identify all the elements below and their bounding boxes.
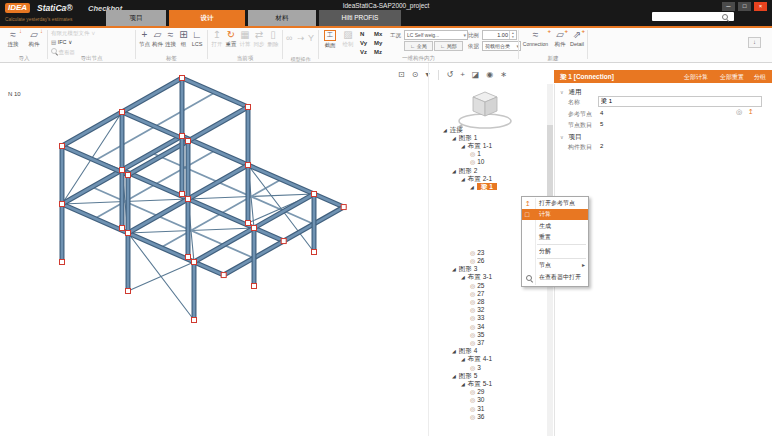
tree-item[interactable]: ◎10 [470, 158, 484, 166]
tree-item[interactable]: ◢图形 3 [452, 265, 477, 273]
tree-item[interactable]: ◢图形 4 [452, 347, 477, 355]
model-node-marker[interactable] [186, 139, 191, 144]
tree-expander-icon[interactable]: ◢ [470, 184, 474, 190]
pan-icon[interactable]: + [460, 69, 465, 81]
import-connections-button[interactable]: ≈↓ 连接 [4, 29, 22, 48]
tree-item[interactable]: ◎31 [470, 405, 484, 413]
tree-expander-icon[interactable]: ◢ [461, 381, 465, 387]
pick-node-icon[interactable]: ◎ [736, 108, 742, 116]
label-nodes-button[interactable]: + 节点 [138, 29, 151, 48]
model-node-marker[interactable] [252, 226, 257, 231]
model-node-marker[interactable] [180, 134, 185, 139]
sections-toggle-button[interactable]: 工 截面 [322, 29, 338, 49]
tree-expander-icon[interactable]: ◢ [461, 143, 465, 149]
tree-item[interactable]: ◎3 [470, 364, 481, 372]
open-node-icon[interactable]: ↥ [748, 108, 754, 116]
tree-item[interactable]: ◎34 [470, 323, 484, 331]
model-node-marker[interactable] [246, 163, 251, 168]
sync-item-button[interactable]: ⇄ 同步 [252, 29, 266, 48]
check-Vy[interactable]: Vy [360, 40, 367, 46]
tree-item-selected[interactable]: ◢梁 1 [470, 183, 497, 191]
tree-item[interactable]: ◢图形 5 [452, 372, 477, 380]
group-by-button[interactable]: 分组 [754, 73, 766, 82]
tree-expander-icon[interactable]: ◢ [452, 135, 456, 141]
calculate-all-button[interactable]: 全部计算 [684, 73, 708, 82]
tree-item[interactable]: ◢布置 3-1 [461, 273, 492, 281]
import-members-button[interactable]: ▱↓ 构件 [25, 29, 43, 48]
global-axes-button[interactable]: ∟ 全局 [404, 41, 433, 51]
label-connections-button[interactable]: ≈ 连接 [164, 29, 177, 48]
model-node-marker[interactable] [120, 226, 125, 231]
model-node-marker[interactable] [60, 202, 65, 207]
model-node-marker[interactable] [341, 205, 346, 210]
model-node-marker[interactable] [221, 273, 226, 278]
tab-materials[interactable]: 材料 [248, 10, 316, 26]
label-lcs-button[interactable]: ∟ LCS [190, 29, 204, 47]
tree-expander-icon[interactable]: ◢ [443, 127, 447, 133]
collapse-ribbon-button[interactable]: ↓ [748, 37, 761, 48]
model-node-marker[interactable] [180, 76, 185, 81]
draw-toggle-button[interactable]: ▨ 绘制 [340, 29, 356, 48]
open-item-button[interactable]: ↥ 打开 [210, 29, 224, 48]
tree-item[interactable]: ◢图形 2 [452, 167, 477, 175]
model-node-marker[interactable] [281, 239, 286, 244]
tab-hilti-profis[interactable]: Hilti PROFIS [319, 10, 401, 26]
new-connection-button[interactable]: ≈+ Connection [520, 29, 551, 47]
local-axes-button[interactable]: ∟ 局部 [434, 41, 463, 51]
menu-explode[interactable]: 分解 [522, 246, 588, 257]
tree-item[interactable]: ◎37 [470, 339, 484, 347]
tab-design[interactable]: 设计 [169, 10, 245, 26]
scale-spinner[interactable]: 1.00 ▴▾ [482, 30, 517, 40]
reset-all-button[interactable]: 全部重置 [720, 73, 744, 82]
model-node-marker[interactable] [60, 144, 65, 149]
tree-item[interactable]: ◎35 [470, 331, 484, 339]
spinner-arrows-icon[interactable]: ▴▾ [509, 31, 516, 39]
tree-item[interactable]: ◎1 [470, 150, 481, 158]
tree-expander-icon[interactable]: ◢ [452, 266, 456, 272]
tab-project[interactable]: 项目 [106, 10, 166, 26]
model-node-marker[interactable] [126, 173, 131, 178]
export-ifc-button[interactable]: ▤ IFC ∨ [51, 39, 72, 45]
orbit-icon[interactable]: ↺ [446, 69, 453, 81]
tree-item[interactable]: ◢连接 [443, 126, 463, 134]
menu-open-in-viewer[interactable]: 在查看器中打开 [522, 272, 588, 283]
model-node-marker[interactable] [180, 192, 185, 197]
tree-item[interactable]: ◢图形 1 [452, 134, 477, 142]
model-node-marker[interactable] [252, 284, 257, 289]
clipping-icon[interactable]: ◪ [472, 69, 480, 81]
explode-icon[interactable]: Y [308, 33, 314, 43]
load-case-dropdown[interactable]: LC Self weig...▾ [404, 30, 468, 40]
tree-expander-icon[interactable]: ◢ [452, 168, 456, 174]
search-input[interactable] [654, 12, 720, 21]
tree-item[interactable]: ◎23 [470, 249, 484, 257]
section-general[interactable]: ∨ 通用 [560, 88, 581, 97]
menu-calculate[interactable]: □ 计算 [522, 209, 588, 220]
section-items[interactable]: ∨ 项目 [560, 133, 581, 142]
maximize-button[interactable]: □ [738, 2, 751, 11]
menu-open-reference-nodes[interactable]: ↥ 打开参考节点 [522, 198, 588, 209]
menu-nodes-submenu[interactable]: 节点 ▸ [522, 260, 588, 271]
tree-item[interactable]: ◎36 [470, 413, 484, 421]
tree-item[interactable]: ◎30 [470, 396, 484, 404]
label-groups-button[interactable]: ⊞ 组 [177, 29, 190, 48]
model-node-marker[interactable] [126, 289, 131, 294]
tree-item[interactable]: ◎26 [470, 257, 484, 265]
viewport-3d-model[interactable] [0, 63, 427, 436]
menu-reset[interactable]: 重置 [522, 232, 588, 243]
model-node-marker[interactable] [312, 192, 317, 197]
render-settings-icon[interactable]: ∗ [500, 69, 507, 81]
check-Mx[interactable]: Mx [374, 31, 382, 37]
label-members-button[interactable]: ▱ 构件 [151, 29, 164, 48]
new-detail-button[interactable]: ⇗+ Detail [569, 29, 585, 47]
ribbon-search[interactable] [652, 12, 734, 21]
calculate-item-button[interactable]: ▦ 计算 [238, 29, 252, 48]
model-node-marker[interactable] [120, 168, 125, 173]
tree-item[interactable]: ◎32 [470, 306, 484, 314]
tree-item[interactable]: ◎33 [470, 314, 484, 322]
model-node-marker[interactable] [186, 255, 191, 260]
tree-item[interactable]: ◎27 [470, 290, 484, 298]
reset-item-button[interactable]: ↻ 重置 [224, 29, 238, 48]
model-node-marker[interactable] [192, 260, 197, 265]
zoom-mode-icon[interactable]: ⊙ [412, 69, 419, 81]
tree-item[interactable]: ◢布置 4-1 [461, 355, 492, 363]
